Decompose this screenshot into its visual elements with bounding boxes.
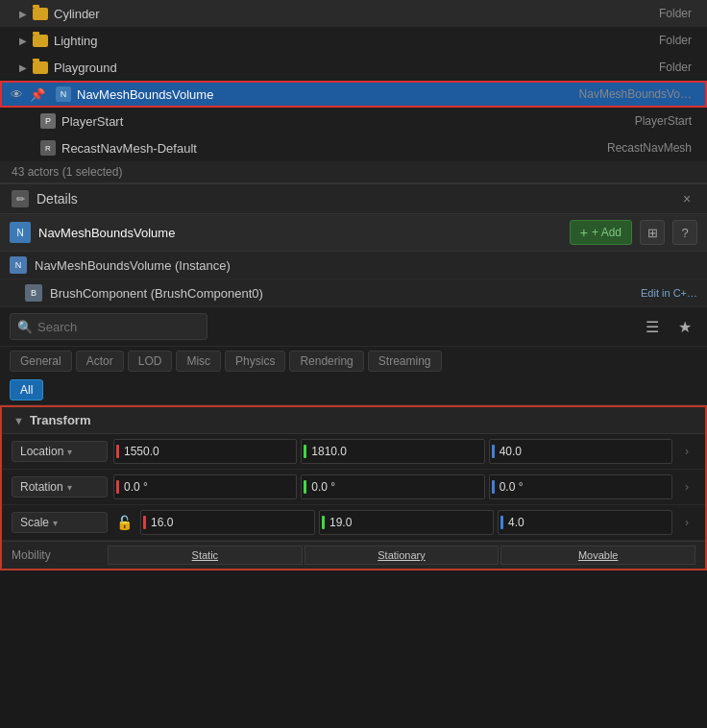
location-y-indicator xyxy=(304,445,306,458)
columns-icon-button[interactable]: ☰ xyxy=(640,314,665,339)
mobility-row: Mobility Static Stationary Movable xyxy=(2,541,705,569)
row-label-playerstart: PlayerStart xyxy=(61,114,629,129)
scale-y-field xyxy=(319,510,494,535)
tree-arrow-cylinder: ▶ xyxy=(19,9,27,19)
outliner-row-playerstart[interactable]: P PlayerStart PlayerStart xyxy=(0,108,707,134)
actor-info-row: N NavMeshBoundsVolume + + Add ⊞ ? xyxy=(0,214,707,252)
details-panel: ✏ Details × N NavMeshBoundsVolume + + Ad… xyxy=(0,184,707,570)
actor-count-bar: 43 actors (1 selected) xyxy=(0,161,707,183)
transform-location-row: Location ▾ › xyxy=(2,434,705,470)
row-type-cylinder: Folder xyxy=(659,7,699,20)
scale-y-indicator xyxy=(322,516,325,529)
scale-expand-icon[interactable]: › xyxy=(678,514,695,531)
mobility-options: Static Stationary Movable xyxy=(108,546,695,565)
search-row: 🔍 ☰ ★ xyxy=(0,307,707,347)
location-x-field xyxy=(113,439,297,464)
tab-lod[interactable]: LOD xyxy=(128,351,173,372)
folder-icon-lighting xyxy=(33,35,48,47)
outliner-panel: ▶ Cylinder Folder ▶ Lighting Folder ▶ Pl… xyxy=(0,0,707,184)
rotation-z-input[interactable] xyxy=(489,474,672,499)
tree-arrow-playground: ▶ xyxy=(19,62,27,73)
tab-rendering[interactable]: Rendering xyxy=(289,351,363,372)
row-type-navmesh: NavMeshBoundsVo… xyxy=(579,87,699,101)
row-label-playground: Playground xyxy=(54,61,653,75)
search-input[interactable] xyxy=(10,313,207,340)
transform-section-title: Transform xyxy=(30,413,91,427)
transform-section-header[interactable]: ▼ Transform xyxy=(2,407,705,434)
mobility-stationary-button[interactable]: Stationary xyxy=(305,546,500,565)
outliner-row-cylinder[interactable]: ▶ Cylinder Folder xyxy=(0,0,707,27)
rotation-y-field xyxy=(301,474,484,499)
location-chevron-icon: ▾ xyxy=(67,447,72,457)
actor-count-text: 43 actors (1 selected) xyxy=(12,165,122,179)
scale-z-input[interactable] xyxy=(498,510,672,535)
search-icon: 🔍 xyxy=(17,320,33,334)
scale-x-field xyxy=(140,510,315,535)
tab-all[interactable]: All xyxy=(10,379,43,400)
mobility-static-button[interactable]: Static xyxy=(108,546,303,565)
add-component-button[interactable]: + + Add xyxy=(570,220,632,245)
scale-lock-icon[interactable]: 🔓 xyxy=(113,512,134,533)
favorites-icon-button[interactable]: ★ xyxy=(672,314,697,339)
eye-icon[interactable]: 👁 xyxy=(8,85,25,103)
scale-x-input[interactable] xyxy=(140,510,315,535)
pin-icon[interactable]: 📌 xyxy=(29,85,46,103)
navmesh-comp-icon: N xyxy=(10,256,27,274)
rotation-chevron-icon: ▾ xyxy=(67,482,72,493)
row-type-recast: RecastNavMesh xyxy=(607,141,699,155)
plus-icon: + xyxy=(580,225,588,240)
tree-arrow-lighting: ▶ xyxy=(19,36,27,46)
rotation-value-fields xyxy=(113,474,672,499)
outliner-row-playground[interactable]: ▶ Playground Folder xyxy=(0,54,707,81)
question-icon: ? xyxy=(681,226,688,240)
rotation-x-input[interactable] xyxy=(113,474,297,499)
brush-component-row[interactable]: B BrushComponent (BrushComponent0) Edit … xyxy=(0,279,707,307)
scale-z-indicator xyxy=(500,516,503,529)
tab-general[interactable]: General xyxy=(10,351,72,372)
mobility-label: Mobility xyxy=(12,548,108,562)
tab-physics[interactable]: Physics xyxy=(225,351,285,372)
outliner-row-recast[interactable]: R RecastNavMesh-Default RecastNavMesh xyxy=(0,134,707,161)
component-instance-row[interactable]: N NavMeshBoundsVolume (Instance) xyxy=(0,252,707,279)
details-actor-icon: N xyxy=(10,222,31,243)
details-pencil-icon: ✏ xyxy=(12,190,29,207)
location-z-field xyxy=(489,439,672,464)
transform-scale-row: Scale ▾ 🔓 › xyxy=(2,505,705,541)
row-label-navmesh: NavMeshBoundsVolume xyxy=(77,87,573,102)
rotation-label-button[interactable]: Rotation ▾ xyxy=(12,476,108,497)
location-z-indicator xyxy=(492,445,495,458)
scale-label-button[interactable]: Scale ▾ xyxy=(12,512,108,533)
help-button[interactable]: ? xyxy=(672,220,697,245)
recast-actor-icon: R xyxy=(40,140,56,156)
scale-value-fields xyxy=(140,510,672,535)
location-y-input[interactable] xyxy=(301,439,484,464)
location-x-input[interactable] xyxy=(113,439,297,464)
rotation-z-field xyxy=(489,474,672,499)
outliner-row-navmesh[interactable]: 👁 📌 N NavMeshBoundsVolume NavMeshBoundsV… xyxy=(0,81,707,108)
rotation-z-indicator xyxy=(492,480,495,494)
mobility-movable-button[interactable]: Movable xyxy=(500,546,695,565)
rotation-expand-icon[interactable]: › xyxy=(678,478,695,496)
component-view-button[interactable]: ⊞ xyxy=(640,220,665,245)
location-expand-icon[interactable]: › xyxy=(678,443,695,460)
details-close-button[interactable]: × xyxy=(678,190,695,207)
folder-icon-cylinder xyxy=(33,8,48,20)
tab-misc[interactable]: Misc xyxy=(176,351,221,372)
location-y-field xyxy=(301,439,484,464)
nav-actor-icon: N xyxy=(56,86,71,102)
outliner-row-lighting[interactable]: ▶ Lighting Folder xyxy=(0,27,707,54)
details-header: ✏ Details × xyxy=(0,184,707,214)
folder-icon-playground xyxy=(33,61,48,74)
row-type-playerstart: PlayerStart xyxy=(635,114,699,128)
location-z-input[interactable] xyxy=(489,439,672,464)
scale-chevron-icon: ▾ xyxy=(53,518,58,528)
scale-y-input[interactable] xyxy=(319,510,494,535)
rotation-y-indicator xyxy=(304,480,306,494)
tab-actor[interactable]: Actor xyxy=(76,351,124,372)
rotation-label: Rotation xyxy=(20,480,63,494)
row-type-playground: Folder xyxy=(659,61,699,74)
edit-cpp-button[interactable]: Edit in C+… xyxy=(641,287,697,299)
tab-streaming[interactable]: Streaming xyxy=(368,351,442,372)
location-label-button[interactable]: Location ▾ xyxy=(12,441,108,462)
rotation-y-input[interactable] xyxy=(301,474,484,499)
